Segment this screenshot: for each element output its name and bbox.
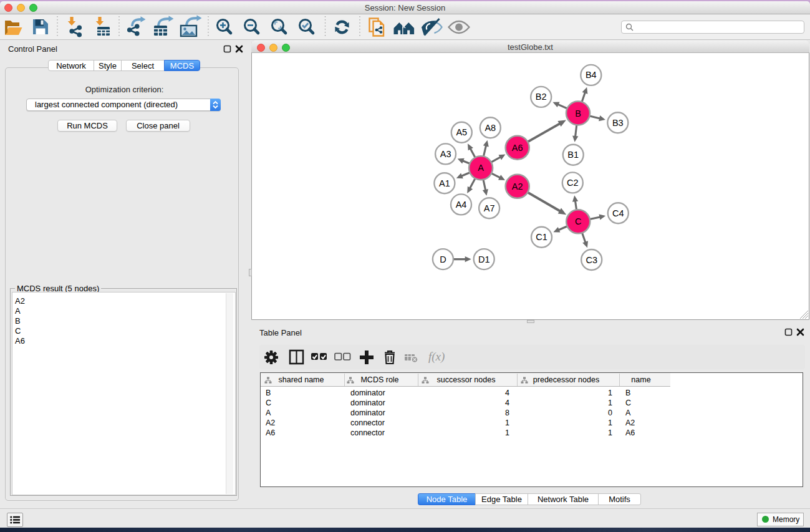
- svg-text:B2: B2: [536, 92, 547, 102]
- svg-text:B: B: [575, 109, 581, 118]
- svg-text:C2: C2: [567, 178, 579, 188]
- svg-text:B3: B3: [612, 118, 624, 128]
- svg-text:D1: D1: [478, 254, 490, 264]
- svg-text:A3: A3: [440, 149, 451, 159]
- svg-text:A1: A1: [439, 178, 450, 188]
- svg-text:C1: C1: [536, 232, 547, 242]
- svg-text:C4: C4: [612, 208, 624, 218]
- svg-text:C3: C3: [586, 255, 597, 265]
- svg-text:B1: B1: [567, 150, 579, 160]
- svg-text:B4: B4: [586, 70, 597, 80]
- svg-text:A4: A4: [456, 200, 467, 210]
- svg-text:A8: A8: [485, 123, 496, 133]
- svg-text:A6: A6: [512, 143, 523, 153]
- svg-text:A: A: [478, 163, 484, 173]
- svg-text:A2: A2: [512, 181, 523, 191]
- svg-text:D: D: [440, 254, 446, 264]
- svg-text:C: C: [575, 216, 581, 226]
- svg-text:A7: A7: [484, 203, 495, 213]
- svg-text:A5: A5: [456, 127, 467, 137]
